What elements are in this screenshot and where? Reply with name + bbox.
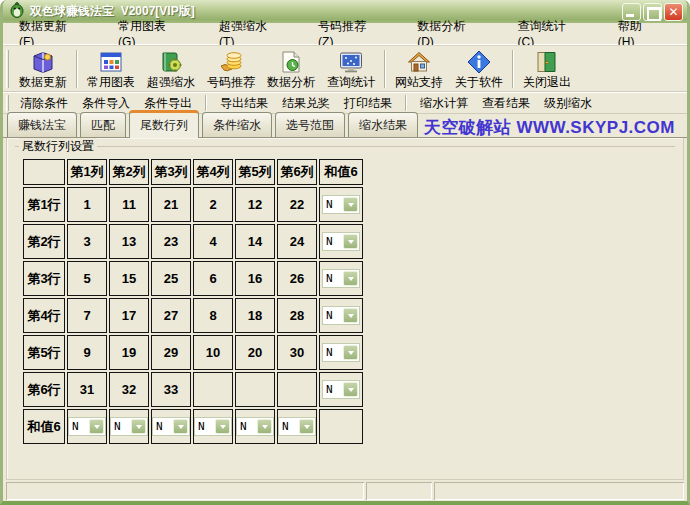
condition-button[interactable]: 缩水计算	[415, 93, 473, 114]
menu-bar: 数据更新(F)常用图表(G)超强缩水(T)号码推荐(Z)数据分析(D)查询统计(…	[3, 23, 687, 45]
tail-row-column-table: 第1列第2列第3列第4列第5列第6列和值6第1行1112121222N第2行31…	[21, 157, 365, 446]
dropdown-value: N	[195, 418, 215, 435]
main-toolbar: 数据更新常用图表超强缩水号码推荐数据分析查询统计网站支持关于软件关闭退出	[3, 45, 687, 92]
dropdown-value: N	[323, 196, 343, 213]
dropdown-value: N	[69, 418, 89, 435]
condition-button[interactable]: 查看结果	[477, 93, 535, 114]
n-dropdown[interactable]: N	[322, 343, 360, 362]
tab-content-panel: 尾数行列设置 第1列第2列第3列第4列第5列第6列和值6第1行111212122…	[6, 138, 684, 480]
maximize-button[interactable]	[643, 3, 662, 21]
toolbar-grip[interactable]	[6, 95, 9, 111]
toolbar-button[interactable]: 查询统计	[321, 47, 381, 91]
toolbar-button[interactable]: 常用图表	[81, 47, 141, 91]
value-cell: 20	[235, 335, 275, 370]
value-cell: 12	[235, 187, 275, 222]
value-cell: 24	[277, 224, 317, 259]
n-dropdown[interactable]: N	[322, 269, 360, 288]
toolbar-button[interactable]: 超强缩水	[141, 47, 201, 91]
table-row: 和值6NNNNNN	[23, 409, 363, 444]
value-cell: 7	[67, 298, 107, 333]
tab-6[interactable]: 缩水结果	[348, 112, 418, 137]
toolbar-button-label: 号码推荐	[207, 75, 255, 90]
chevron-down-icon[interactable]	[257, 419, 272, 434]
chevron-down-icon[interactable]	[299, 419, 314, 434]
monitor-icon	[338, 48, 364, 75]
minimize-button[interactable]	[622, 3, 641, 21]
n-dropdown[interactable]: N	[152, 417, 190, 436]
row-header: 和值6	[23, 409, 65, 444]
toolbar-button-label: 关闭退出	[523, 75, 571, 90]
column-header: 第1列	[67, 159, 107, 185]
value-cell: 5	[67, 261, 107, 296]
table-row: 第2行3132341424N	[23, 224, 363, 259]
n-dropdown[interactable]: N	[110, 417, 148, 436]
chevron-down-icon[interactable]	[343, 197, 358, 212]
n-dropdown[interactable]: N	[194, 417, 232, 436]
tab-5[interactable]: 选号范围	[275, 112, 345, 137]
status-panel-2	[366, 482, 432, 500]
n-dropdown[interactable]: N	[236, 417, 274, 436]
n-dropdown[interactable]: N	[68, 417, 106, 436]
close-button[interactable]	[664, 3, 683, 21]
dropdown-value: N	[323, 233, 343, 250]
chevron-down-icon[interactable]	[173, 419, 188, 434]
toolbar-button[interactable]: 号码推荐	[201, 47, 261, 91]
value-cell	[193, 372, 233, 407]
toolbar-button[interactable]: 网站支持	[389, 47, 449, 91]
status-panel-3	[434, 482, 684, 500]
dropdown-cell: N	[319, 372, 363, 407]
value-cell: 22	[277, 187, 317, 222]
dropdown-cell: N	[319, 261, 363, 296]
tab-1[interactable]: 赚钱法宝	[7, 112, 77, 137]
n-dropdown[interactable]: N	[322, 380, 360, 399]
dropdown-cell: N	[67, 409, 107, 444]
n-dropdown[interactable]: N	[322, 195, 360, 214]
value-cell: 1	[67, 187, 107, 222]
chevron-down-icon[interactable]	[343, 271, 358, 286]
toolbar-button-label: 常用图表	[87, 75, 135, 90]
value-cell: 30	[277, 335, 317, 370]
dropdown-cell: N	[277, 409, 317, 444]
dropdown-value: N	[111, 418, 131, 435]
value-cell: 16	[235, 261, 275, 296]
chevron-down-icon[interactable]	[215, 419, 230, 434]
toolbar-button-label: 网站支持	[395, 75, 443, 90]
chevron-down-icon[interactable]	[89, 419, 104, 434]
value-cell: 17	[109, 298, 149, 333]
column-header: 第5列	[235, 159, 275, 185]
dropdown-cell: N	[319, 335, 363, 370]
tab-3[interactable]: 尾数行列	[129, 110, 199, 138]
toolbar-grip[interactable]	[6, 50, 9, 88]
chevron-down-icon[interactable]	[343, 234, 358, 249]
row-header: 第1行	[23, 187, 65, 222]
value-cell: 21	[151, 187, 191, 222]
value-cell: 3	[67, 224, 107, 259]
value-cell: 31	[67, 372, 107, 407]
row-header: 第6行	[23, 372, 65, 407]
toolbar-button[interactable]: 数据更新	[13, 47, 73, 91]
tab-2[interactable]: 匹配	[80, 112, 126, 137]
window-controls	[622, 3, 683, 21]
condition-button[interactable]: 级别缩水	[539, 93, 597, 114]
dropdown-value: N	[323, 270, 343, 287]
chevron-down-icon[interactable]	[343, 308, 358, 323]
table-row: 第1行1112121222N	[23, 187, 363, 222]
toolbar-button[interactable]: 关闭退出	[517, 47, 577, 91]
value-cell: 23	[151, 224, 191, 259]
table-row: 第6行313233N	[23, 372, 363, 407]
column-header: 和值6	[319, 159, 363, 185]
chevron-down-icon[interactable]	[131, 419, 146, 434]
chevron-down-icon[interactable]	[343, 382, 358, 397]
value-cell: 27	[151, 298, 191, 333]
n-dropdown[interactable]: N	[322, 306, 360, 325]
dropdown-cell: N	[193, 409, 233, 444]
value-cell: 14	[235, 224, 275, 259]
n-dropdown[interactable]: N	[278, 417, 316, 436]
tab-4[interactable]: 条件缩水	[202, 112, 272, 137]
dropdown-value: N	[279, 418, 299, 435]
toolbar-button[interactable]: 关于软件	[449, 47, 509, 91]
n-dropdown[interactable]: N	[322, 232, 360, 251]
chevron-down-icon[interactable]	[343, 345, 358, 360]
value-cell: 15	[109, 261, 149, 296]
toolbar-button[interactable]: 数据分析	[261, 47, 321, 91]
